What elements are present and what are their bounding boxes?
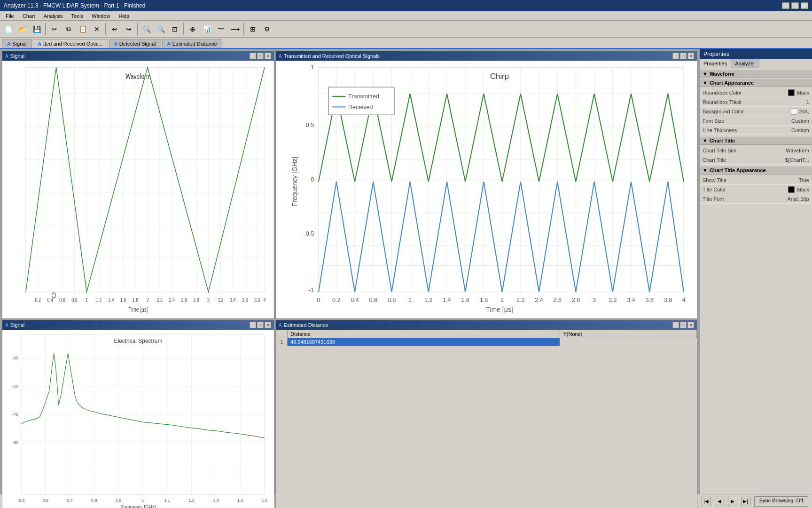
- chirp-chart[interactable]: Chirp 1 0.5 0 -0.5 -1 Frequency [GHz]: [276, 61, 697, 318]
- waveform-chart[interactable]: Waveform Time [μs] 0.2 0.4 0.6 0.8 1 1.2…: [2, 61, 274, 318]
- svg-text:2.4: 2.4: [535, 297, 543, 303]
- toolbar-sep-2: [105, 23, 106, 35]
- table-cell-value[interactable]: 49.6481687431639: [288, 338, 560, 346]
- menu-analysis[interactable]: Analysis: [40, 12, 67, 20]
- svg-text:0.4: 0.4: [351, 297, 359, 303]
- menu-chart[interactable]: Chart: [19, 12, 39, 20]
- svg-text:1.4: 1.4: [237, 498, 243, 503]
- prop-tab-analyzer-label: Analyzer: [735, 61, 755, 66]
- chirp-maximize-btn[interactable]: □: [680, 53, 687, 59]
- estimated-close-btn[interactable]: ✕: [687, 322, 694, 328]
- roundbox-thick-value: 1: [806, 99, 809, 105]
- svg-text:3.4: 3.4: [230, 296, 235, 303]
- estimated-distance-window: A Estimated Distance _ □ ✕ Distance Y(No…: [275, 320, 697, 508]
- chart-title-content: Chart Title Sim Waveform Chart Title ${C…: [700, 145, 812, 166]
- fit-btn[interactable]: ⊡: [168, 23, 181, 36]
- svg-text:4: 4: [682, 297, 685, 303]
- prop-section-chart-appearance-header[interactable]: ▼ Chart Appearance: [700, 79, 812, 87]
- estimated-window-label: Estimated Distance: [284, 322, 328, 328]
- tab-estimated[interactable]: A Estimated Distance: [162, 39, 222, 48]
- spectrum-maximize-btn[interactable]: □: [257, 322, 264, 328]
- svg-text:0: 0: [317, 297, 320, 303]
- redo-btn[interactable]: ↪: [122, 23, 135, 36]
- estimated-maximize-btn[interactable]: □: [680, 322, 687, 328]
- svg-text:1.5: 1.5: [262, 498, 267, 503]
- delete-btn[interactable]: ✕: [90, 23, 103, 36]
- main-content: A Signal _ □ ✕: [0, 49, 812, 494]
- chirp-close-btn[interactable]: ✕: [687, 53, 694, 59]
- zoom-out-btn[interactable]: 🔍: [154, 23, 167, 36]
- roundbox-color-text: Black: [796, 90, 809, 95]
- waveform-maximize-btn[interactable]: □: [257, 53, 264, 59]
- collapse-chart-title-appearance-icon: ▼: [703, 167, 708, 173]
- roundbox-color-swatch[interactable]: [788, 89, 795, 96]
- tab-transmitted[interactable]: A tted and Received Optic...: [33, 39, 108, 48]
- nav-first-btn[interactable]: |◀: [702, 497, 711, 506]
- properties-title: Properties: [703, 51, 729, 57]
- prop-tab-analyzer[interactable]: Analyzer: [731, 59, 759, 68]
- nav-next-btn[interactable]: ▶: [728, 497, 737, 506]
- nav-last-btn[interactable]: ▶|: [741, 497, 750, 506]
- svg-text:2.8: 2.8: [572, 297, 580, 303]
- close-button[interactable]: ✕: [801, 2, 808, 9]
- title-color-value: Black: [788, 186, 809, 193]
- tab-estimated-icon: A: [167, 41, 171, 47]
- menu-tools[interactable]: Tools: [68, 12, 87, 20]
- waveform-btn[interactable]: 〜: [214, 23, 227, 36]
- svg-text:1.4: 1.4: [443, 297, 451, 303]
- config-btn[interactable]: ⚙: [260, 23, 273, 36]
- estimated-window-title: A Estimated Distance _ □ ✕: [276, 320, 697, 330]
- chart-title-section-label: Chart Title: [710, 138, 735, 143]
- cut-btn[interactable]: ✂: [48, 23, 61, 36]
- chirp-window-label: Transmitted and Received Optical Signals: [284, 53, 380, 59]
- svg-text:0.5: 0.5: [306, 121, 314, 128]
- chirp-minimize-btn[interactable]: _: [672, 53, 679, 59]
- paste-btn[interactable]: 📋: [76, 23, 89, 36]
- marker-btn[interactable]: ⊕: [186, 23, 199, 36]
- waveform-close-btn[interactable]: ✕: [265, 53, 271, 59]
- estimated-win-btns: _ □ ✕: [672, 322, 694, 328]
- estimated-minimize-btn[interactable]: _: [672, 322, 679, 328]
- estimated-title-left: A Estimated Distance: [279, 322, 328, 328]
- svg-text:2.8: 2.8: [193, 296, 199, 303]
- collapse-chart-title-icon: ▼: [703, 138, 708, 143]
- menu-help[interactable]: Help: [115, 12, 133, 20]
- svg-text:0.8: 0.8: [388, 297, 396, 303]
- spectrum-minimize-btn[interactable]: _: [250, 322, 256, 328]
- chart-btn[interactable]: 📊: [200, 23, 213, 36]
- undo-btn[interactable]: ↩: [108, 23, 121, 36]
- menu-file[interactable]: File: [2, 12, 18, 20]
- save-btn[interactable]: 💾: [30, 23, 43, 36]
- properties-header: Properties: [700, 49, 812, 59]
- grid-btn[interactable]: ⊞: [246, 23, 259, 36]
- waveform-minimize-btn[interactable]: _: [250, 53, 256, 59]
- prop-section-chart-title-appearance-header[interactable]: ▼ Chart Title Appearance: [700, 167, 812, 175]
- open-btn[interactable]: 📂: [16, 23, 29, 36]
- prop-section-waveform-header[interactable]: ▼ Waveform: [700, 70, 812, 78]
- prop-tab-properties[interactable]: Properties: [700, 59, 731, 68]
- spectrum-chart[interactable]: Electrical Spectrum -60 -50 -70 -80 Freq…: [2, 330, 274, 508]
- new-btn[interactable]: 📄: [2, 23, 15, 36]
- bg-color-swatch[interactable]: [791, 108, 797, 115]
- svg-text:0.7: 0.7: [67, 498, 72, 503]
- prop-row-chart-title-sim: Chart Title Sim Waveform: [700, 146, 812, 155]
- svg-text:2: 2: [500, 297, 504, 303]
- tab-detected[interactable]: A Detected Signal: [109, 39, 161, 48]
- maximize-button[interactable]: □: [791, 2, 799, 9]
- spectrum-close-btn[interactable]: ✕: [265, 322, 271, 328]
- tab-signal[interactable]: A Signal: [2, 39, 32, 48]
- svg-text:0.6: 0.6: [42, 498, 48, 503]
- chart-title-label: Chart Title: [703, 157, 785, 163]
- sync-browsing-btn[interactable]: Sync Browsing: Off: [754, 496, 808, 507]
- minimize-button[interactable]: –: [782, 2, 789, 9]
- zoom-in-btn[interactable]: 🔍: [140, 23, 153, 36]
- nav-prev-btn[interactable]: ◀: [715, 497, 724, 506]
- svg-text:Frequency [GHz]: Frequency [GHz]: [120, 505, 156, 508]
- svg-text:1.2: 1.2: [424, 297, 432, 303]
- sweep-btn[interactable]: ⟿: [228, 23, 242, 36]
- menu-window[interactable]: Window: [88, 12, 114, 20]
- copy-btn[interactable]: ⧉: [62, 23, 75, 36]
- title-color-swatch[interactable]: [788, 186, 795, 193]
- svg-text:2.6: 2.6: [181, 296, 187, 303]
- prop-section-chart-title-header[interactable]: ▼ Chart Title: [700, 137, 812, 145]
